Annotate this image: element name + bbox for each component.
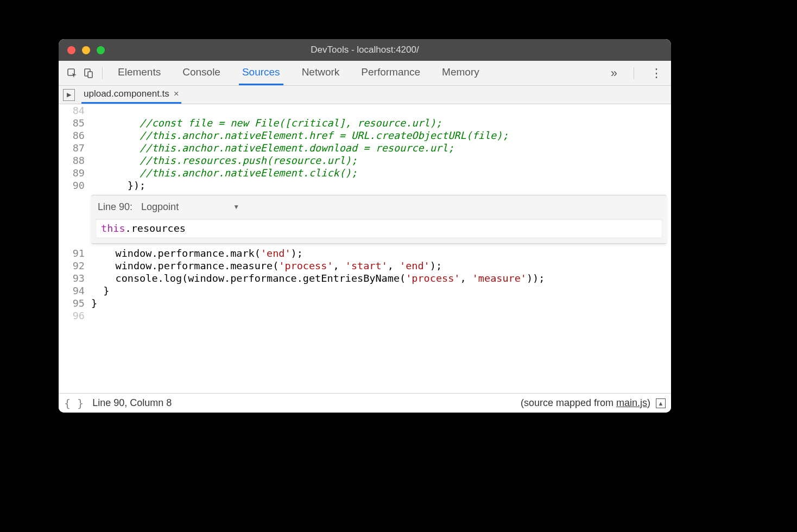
traffic-lights — [67, 46, 105, 54]
code-lines[interactable]: //const file = new File([critical], reso… — [88, 104, 671, 192]
code-line[interactable]: //this.resources.push(resource.url); — [91, 154, 671, 167]
code-before-breakpoint: 84858687888990 //const file = new File([… — [59, 104, 671, 192]
code-line[interactable] — [91, 309, 671, 322]
code-lines[interactable]: window.performance.mark('end'); window.p… — [88, 247, 671, 322]
tab-label: Elements — [118, 66, 161, 78]
navigator-toggle-icon[interactable]: ▶ — [63, 89, 75, 101]
debugger-panel-toggle-icon[interactable]: ▲ — [656, 398, 666, 408]
toolbar-separator — [634, 67, 634, 79]
zoom-window-icon[interactable] — [97, 46, 105, 54]
tab-memory[interactable]: Memory — [439, 61, 483, 85]
device-toolbar-icon[interactable] — [80, 65, 97, 81]
breakpoint-type-value: Logpoint — [141, 201, 179, 213]
line-number[interactable]: 86 — [59, 129, 85, 142]
tab-performance[interactable]: Performance — [358, 61, 423, 85]
line-number[interactable]: 88 — [59, 154, 85, 167]
tab-label: Network — [302, 66, 340, 78]
devtools-window: DevTools - localhost:4200/ Elements Cons… — [59, 39, 671, 413]
code-line[interactable]: //this.anchor.nativeElement.download = r… — [91, 142, 671, 154]
panel-tabs: Elements Console Sources Network Perform… — [115, 61, 483, 85]
code-line[interactable]: //const file = new File([critical], reso… — [91, 117, 671, 129]
code-line[interactable]: window.performance.measure('process', 's… — [91, 259, 671, 272]
source-map-info: (source mapped from main.js) — [521, 397, 650, 409]
file-tab-close-icon[interactable]: × — [174, 88, 179, 99]
code-after-breakpoint: 919293949596 window.performance.mark('en… — [59, 247, 671, 322]
breakpoint-line-label: Line 90: — [98, 201, 132, 213]
code-line[interactable]: //this.anchor.nativeElement.click(); — [91, 167, 671, 179]
line-number[interactable]: 96 — [59, 309, 85, 322]
more-tabs-icon[interactable]: » — [608, 66, 621, 80]
toolbar-separator — [102, 67, 103, 79]
titlebar[interactable]: DevTools - localhost:4200/ — [59, 39, 671, 61]
tab-label: Sources — [242, 66, 280, 78]
breakpoint-type-select[interactable]: Logpoint ▼ — [141, 201, 239, 213]
gutter[interactable]: 84858687888990 — [59, 104, 88, 192]
tab-network[interactable]: Network — [299, 61, 343, 85]
line-number[interactable]: 91 — [59, 247, 85, 259]
tab-label: Performance — [361, 66, 420, 78]
line-number[interactable]: 94 — [59, 284, 85, 297]
minimize-window-icon[interactable] — [82, 46, 90, 54]
source-editor[interactable]: 84858687888990 //const file = new File([… — [59, 104, 671, 393]
tab-elements[interactable]: Elements — [115, 61, 164, 85]
devtools-toolbar: Elements Console Sources Network Perform… — [59, 61, 671, 86]
line-number[interactable]: 92 — [59, 259, 85, 272]
breakpoint-expression-input[interactable]: this.resources — [96, 219, 662, 238]
line-number[interactable]: 90 — [59, 179, 85, 192]
window-title: DevTools - localhost:4200/ — [59, 45, 671, 55]
tab-sources[interactable]: Sources — [239, 61, 283, 85]
source-map-link[interactable]: main.js — [616, 397, 647, 408]
code-line[interactable]: //this.anchor.nativeElement.href = URL.c… — [91, 129, 671, 142]
file-tab-name: upload.component.ts — [84, 88, 169, 99]
line-number[interactable]: 89 — [59, 167, 85, 179]
code-line[interactable]: console.log(window.performance.getEntrie… — [91, 272, 671, 284]
close-window-icon[interactable] — [67, 46, 75, 54]
breakpoint-editor-header: Line 90: Logpoint ▼ — [96, 199, 662, 219]
line-number[interactable]: 95 — [59, 297, 85, 309]
line-number[interactable]: 84 — [59, 104, 85, 117]
cursor-position: Line 90, Column 8 — [92, 397, 172, 409]
line-number[interactable]: 85 — [59, 117, 85, 129]
tab-label: Console — [182, 66, 220, 78]
code-line[interactable] — [91, 104, 671, 117]
line-number[interactable]: 93 — [59, 272, 85, 284]
status-bar: { } Line 90, Column 8 (source mapped fro… — [59, 393, 671, 413]
pretty-print-icon[interactable]: { } — [64, 397, 84, 410]
code-line[interactable]: } — [91, 297, 671, 309]
gutter[interactable]: 919293949596 — [59, 247, 88, 322]
breakpoint-editor: Line 90: Logpoint ▼ this.resources — [91, 195, 667, 244]
chevron-down-icon: ▼ — [233, 201, 239, 213]
code-line[interactable]: } — [91, 284, 671, 297]
settings-kebab-icon[interactable]: ⋮ — [647, 66, 666, 80]
file-tab[interactable]: upload.component.ts × — [81, 86, 181, 104]
code-line[interactable]: }); — [91, 179, 671, 192]
line-number[interactable]: 87 — [59, 142, 85, 154]
tab-console[interactable]: Console — [179, 61, 224, 85]
inspect-element-icon[interactable] — [64, 65, 80, 81]
code-line[interactable]: window.performance.mark('end'); — [91, 247, 671, 259]
tab-label: Memory — [442, 66, 479, 78]
file-tab-bar: ▶ upload.component.ts × — [59, 86, 671, 104]
svg-rect-2 — [88, 72, 92, 78]
